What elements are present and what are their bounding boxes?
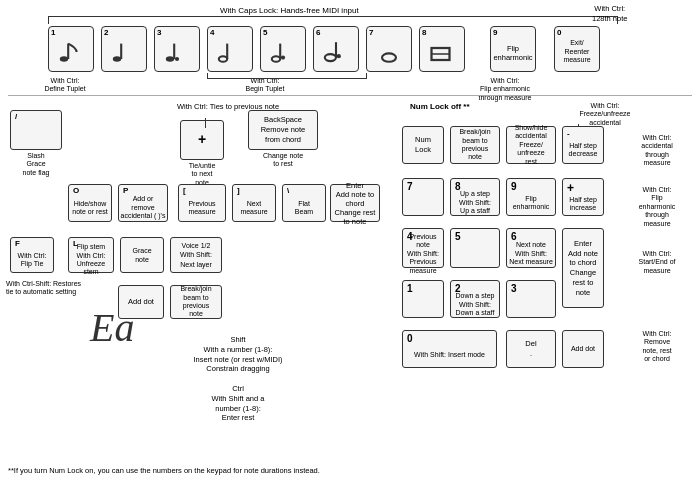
shift-label: ShiftWith a number (1-8):Insert note (or… bbox=[168, 335, 308, 374]
key-5[interactable]: 5 bbox=[260, 26, 306, 72]
grace-note-key[interactable]: Gracenote bbox=[120, 237, 164, 273]
slash-key[interactable]: / bbox=[10, 110, 62, 150]
num5-key[interactable]: 5 bbox=[450, 228, 500, 268]
num2-key[interactable]: 2 Down a stepWith Shift:Down a staff bbox=[450, 280, 500, 318]
show-hide-accidental-key[interactable]: Show/hideaccidentalFreeze/unfreezerest bbox=[506, 126, 556, 164]
num1-key[interactable]: 1 bbox=[402, 280, 444, 318]
ctrl-flip-num-label: With Ctrl:Flipenharmonicthroughmeasure bbox=[618, 186, 696, 228]
ctrl-begin-tuplet-label: With Ctrl:Begin Tuplet bbox=[200, 77, 330, 94]
ctrl-shift-label: With Ctrl-Shift: Restorestie to automati… bbox=[6, 280, 121, 297]
del-key[interactable]: Del. bbox=[506, 330, 556, 368]
backspace-label: Change noteto rest bbox=[248, 152, 318, 169]
ctrl-128th-label: With Ctrl:128th note bbox=[592, 4, 627, 24]
key-3[interactable]: 3 bbox=[154, 26, 200, 72]
plus-num-key[interactable]: + Half stepincrease bbox=[562, 178, 604, 216]
ea-label: Ea bbox=[90, 304, 134, 351]
num4-key[interactable]: 4 PreviousnoteWith Shift:Previousmeasure bbox=[402, 228, 444, 268]
l-key[interactable]: L Flip stemWith Ctrl:Unfreezestem bbox=[68, 237, 114, 273]
key-0[interactable]: 0 Exit/Reentermeasure bbox=[554, 26, 600, 72]
ctrl-remove-label: With Ctrl:Removenote, restor chord bbox=[618, 330, 696, 364]
break-join-num-key[interactable]: Break/joinbeam topreviousnote bbox=[450, 126, 500, 164]
ctrl-flip-enharmonic-measure-label: With Ctrl:Flip enharmonicthrough measure bbox=[460, 77, 550, 102]
ctrl-start-label: With Ctrl:Start/End ofmeasure bbox=[618, 250, 696, 275]
add-dot-num-key[interactable]: Add dot bbox=[562, 330, 604, 368]
top-bracket bbox=[48, 16, 618, 24]
ctrl-tie-line bbox=[205, 118, 206, 128]
caps-lock-label: With Caps Lock: Hands-free MIDI input bbox=[220, 6, 359, 16]
ctrl-define-tuplet-label: With Ctrl:Define Tuplet bbox=[35, 77, 95, 94]
svg-point-9 bbox=[272, 56, 280, 62]
ctrl-accidental-measure-label: With Ctrl:accidentalthroughmeasure bbox=[618, 134, 696, 168]
key-8[interactable]: 8 bbox=[419, 26, 465, 72]
key-9[interactable]: 9 Flipenharmonic bbox=[490, 26, 536, 72]
num0-key[interactable]: 0 With Shift: Insert mode bbox=[402, 330, 497, 368]
enter-num-key[interactable]: EnterAdd noteto chordChangerest tonote bbox=[562, 228, 604, 308]
ctrl-enter-label: CtrlWith Shift and anumber (1-8):Enter r… bbox=[168, 384, 308, 423]
voice-key[interactable]: Voice 1/2With Shift:Next layer bbox=[170, 237, 222, 273]
num-lock-key[interactable]: NumLock bbox=[402, 126, 444, 164]
slash-label: SlashGracenote flag bbox=[6, 152, 66, 177]
enter-key[interactable]: EnterAdd note to chordChange restto note bbox=[330, 184, 380, 222]
minus-key[interactable]: - Half stepdecrease bbox=[562, 126, 604, 164]
left-bracket-key[interactable]: [ Previousmeasure bbox=[178, 184, 226, 222]
num9-key[interactable]: 9 Flipenharmonic bbox=[506, 178, 556, 216]
footer-note: **If you turn Num Lock on, you can use t… bbox=[8, 466, 320, 477]
key-1[interactable]: 1 bbox=[48, 26, 94, 72]
num8-key[interactable]: 8 Up a stepWith Shift:Up a staff bbox=[450, 178, 500, 216]
svg-point-12 bbox=[325, 54, 336, 61]
main-container: With Caps Lock: Hands-free MIDI input Wi… bbox=[0, 0, 700, 503]
divider bbox=[8, 95, 692, 96]
right-bracket-key[interactable]: ] Nextmeasure bbox=[232, 184, 276, 222]
num-lock-off-label: Num Lock off ** bbox=[410, 102, 470, 111]
p-key[interactable]: P Add orremoveaccidental ( )'s bbox=[118, 184, 168, 222]
num3-key[interactable]: 3 bbox=[506, 280, 556, 318]
svg-point-14 bbox=[337, 54, 341, 58]
key-2[interactable]: 2 bbox=[101, 26, 147, 72]
num7-key[interactable]: 7 bbox=[402, 178, 444, 216]
num6-key[interactable]: 6 Next noteWith Shift:Next measure bbox=[506, 228, 556, 268]
key-4[interactable]: 4 bbox=[207, 26, 253, 72]
o-key[interactable]: O Hide/shownote or rest bbox=[68, 184, 112, 222]
begin-tuplet-bracket bbox=[207, 73, 367, 79]
svg-point-7 bbox=[219, 56, 227, 62]
plus-key[interactable]: + bbox=[180, 120, 224, 160]
backslash-key[interactable]: \ FlatBeam bbox=[282, 184, 326, 222]
ctrl-freeze-label: With Ctrl:Freeze/unfreezeaccidental bbox=[560, 102, 650, 127]
svg-point-11 bbox=[281, 56, 285, 60]
key-6[interactable]: 6 bbox=[313, 26, 359, 72]
svg-point-15 bbox=[382, 53, 396, 61]
break-join-beam-key[interactable]: Break/joinbeam topreviousnote bbox=[170, 285, 222, 319]
f-key[interactable]: F With Ctrl:Flip Tie bbox=[10, 237, 54, 273]
svg-point-6 bbox=[175, 57, 179, 61]
svg-point-4 bbox=[166, 56, 174, 62]
svg-point-2 bbox=[113, 56, 121, 62]
backspace-key[interactable]: BackSpaceRemove notefrom chord bbox=[248, 110, 318, 150]
svg-point-0 bbox=[60, 56, 68, 62]
key-7[interactable]: 7 bbox=[366, 26, 412, 72]
